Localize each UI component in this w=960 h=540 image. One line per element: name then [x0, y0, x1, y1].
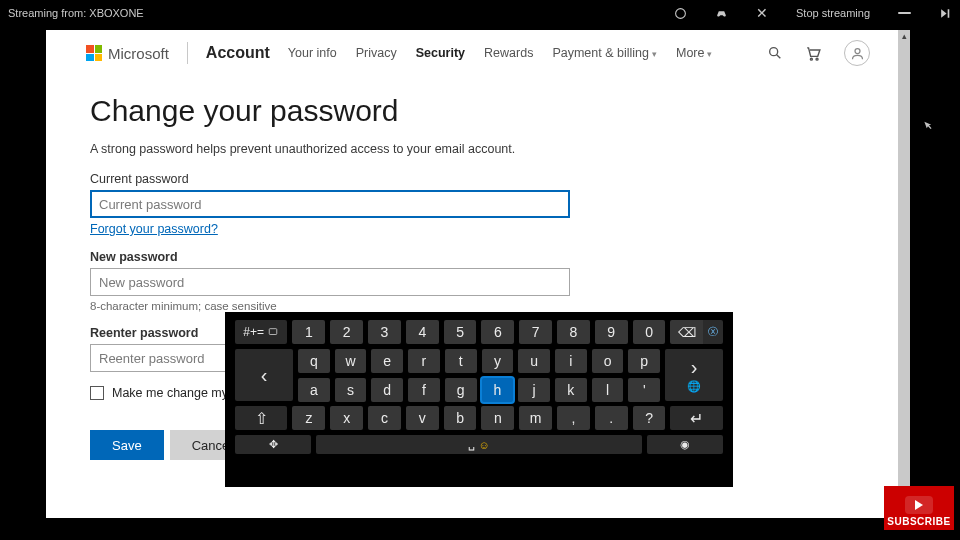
osk-key-period[interactable]: . — [595, 406, 628, 430]
osk-key-cursor-right[interactable]: › 🌐 — [665, 349, 723, 401]
osk-key-5[interactable]: 5 — [444, 320, 477, 344]
osk-key-z[interactable]: z — [292, 406, 325, 430]
current-password-input[interactable] — [90, 190, 570, 218]
osk-key-y[interactable]: y — [482, 349, 514, 373]
section-title[interactable]: Account — [206, 44, 270, 62]
chevron-down-icon: ▾ — [652, 49, 657, 59]
osk-key-c[interactable]: c — [368, 406, 401, 430]
new-password-group: New password 8-character minimum; case s… — [90, 250, 866, 312]
subscribe-label: SUBSCRIBE — [887, 516, 950, 527]
emoji-icon: ☺ — [478, 439, 489, 451]
osk-key-u[interactable]: u — [518, 349, 550, 373]
nav-more[interactable]: More▾ — [676, 46, 712, 60]
chevron-down-icon: ▾ — [707, 49, 712, 59]
osk-key-9[interactable]: 9 — [595, 320, 628, 344]
osk-key-8[interactable]: 8 — [557, 320, 590, 344]
password-hint: 8-character minimum; case sensitive — [90, 300, 866, 312]
forgot-password-link[interactable]: Forgot your password? — [90, 222, 218, 236]
osk-key-n[interactable]: n — [481, 406, 514, 430]
osk-key-4[interactable]: 4 — [406, 320, 439, 344]
new-password-input[interactable] — [90, 268, 570, 296]
nav-your-info[interactable]: Your info — [288, 46, 337, 60]
osk-key-i[interactable]: i — [555, 349, 587, 373]
osk-key-shift[interactable]: ⇧ — [235, 406, 287, 430]
osk-key-l[interactable]: l — [592, 378, 624, 402]
scrollbar-arrow-up-icon[interactable]: ▴ — [898, 30, 910, 42]
osk-key-o[interactable]: o — [592, 349, 624, 373]
osk-key-7[interactable]: 7 — [519, 320, 552, 344]
osk-key-t[interactable]: t — [445, 349, 477, 373]
youtube-subscribe-badge[interactable]: SUBSCRIBE — [884, 486, 954, 530]
svg-point-1 — [770, 48, 778, 56]
osk-key-k[interactable]: k — [555, 378, 587, 402]
osk-key-1[interactable]: 1 — [292, 320, 325, 344]
osk-key-e[interactable]: e — [371, 349, 403, 373]
osk-key-question[interactable]: ? — [633, 406, 666, 430]
globe-icon: 🌐 — [687, 380, 701, 393]
osk-key-g[interactable]: g — [445, 378, 477, 402]
close-icon[interactable]: ✕ — [756, 5, 768, 21]
microsoft-logo-icon — [86, 45, 102, 61]
current-password-group: Current password Forgot your password? — [90, 172, 866, 236]
change-every-72-checkbox[interactable] — [90, 386, 104, 400]
page-title: Change your password — [90, 94, 866, 128]
current-password-label: Current password — [90, 172, 866, 186]
minimize-icon[interactable] — [898, 12, 911, 14]
nav-rewards[interactable]: Rewards — [484, 46, 533, 60]
nav-payment-billing[interactable]: Payment & billing▾ — [552, 46, 657, 60]
svg-line-2 — [777, 55, 781, 59]
stop-streaming-button[interactable]: Stop streaming — [796, 7, 870, 19]
osk-key-space[interactable]: ␣ ☺ — [316, 435, 641, 454]
osk-key-3[interactable]: 3 — [368, 320, 401, 344]
svg-rect-6 — [270, 329, 278, 335]
osk-key-6[interactable]: 6 — [481, 320, 514, 344]
search-icon[interactable] — [767, 45, 783, 61]
osk-key-j[interactable]: j — [518, 378, 550, 402]
site-header: Microsoft Account Your info Privacy Secu… — [46, 30, 910, 76]
osk-key-s[interactable]: s — [335, 378, 367, 402]
skip-icon[interactable] — [939, 7, 952, 20]
osk-key-d[interactable]: d — [371, 378, 403, 402]
osk-key-cursor-left[interactable]: ‹ — [235, 349, 293, 401]
nav-privacy[interactable]: Privacy — [356, 46, 397, 60]
osk-key-0[interactable]: 0 — [633, 320, 666, 344]
osk-key-q[interactable]: q — [298, 349, 330, 373]
xbox-streaming-bar: Streaming from: XBOXONE ✕ Stop streaming — [0, 0, 960, 26]
svg-point-4 — [816, 58, 818, 60]
svg-point-5 — [855, 48, 860, 53]
divider — [187, 42, 188, 64]
osk-key-a[interactable]: a — [298, 378, 330, 402]
reenter-password-input[interactable] — [90, 344, 230, 372]
svg-point-0 — [676, 8, 686, 18]
xbox-icon[interactable] — [674, 7, 687, 20]
play-icon — [905, 496, 933, 514]
osk-key-apostrophe[interactable]: ' — [628, 378, 660, 402]
save-button[interactable]: Save — [90, 430, 164, 460]
osk-key-mic[interactable]: ◉ — [647, 435, 723, 454]
osk-key-m[interactable]: m — [519, 406, 552, 430]
osk-key-b[interactable]: b — [444, 406, 477, 430]
osk-key-p[interactable]: p — [628, 349, 660, 373]
osk-key-f[interactable]: f — [408, 378, 440, 402]
osk-key-x[interactable]: x — [330, 406, 363, 430]
osk-key-comma[interactable]: , — [557, 406, 590, 430]
osk-key-symbols[interactable]: #+= — [235, 320, 287, 344]
account-avatar[interactable] — [844, 40, 870, 66]
osk-key-2[interactable]: 2 — [330, 320, 363, 344]
osk-key-w[interactable]: w — [335, 349, 367, 373]
scrollbar-track[interactable]: ▴ — [898, 30, 910, 518]
osk-key-h[interactable]: h — [482, 378, 514, 402]
scrollbar-thumb[interactable] — [898, 30, 910, 518]
microsoft-brand-label: Microsoft — [108, 45, 169, 62]
osk-key-enter[interactable]: ↵ — [670, 406, 722, 430]
cart-icon[interactable] — [805, 45, 822, 62]
osk-key-v[interactable]: v — [406, 406, 439, 430]
osk-key-backspace[interactable]: ⌫ ⓧ — [670, 320, 722, 344]
controller-icon[interactable] — [715, 7, 728, 20]
cursor-icon — [920, 120, 930, 130]
primary-nav: Your info Privacy Security Rewards Payme… — [288, 46, 713, 60]
microsoft-logo[interactable]: Microsoft — [86, 45, 169, 62]
osk-key-r[interactable]: r — [408, 349, 440, 373]
osk-key-move[interactable]: ✥ — [235, 435, 311, 454]
nav-security[interactable]: Security — [416, 46, 465, 60]
